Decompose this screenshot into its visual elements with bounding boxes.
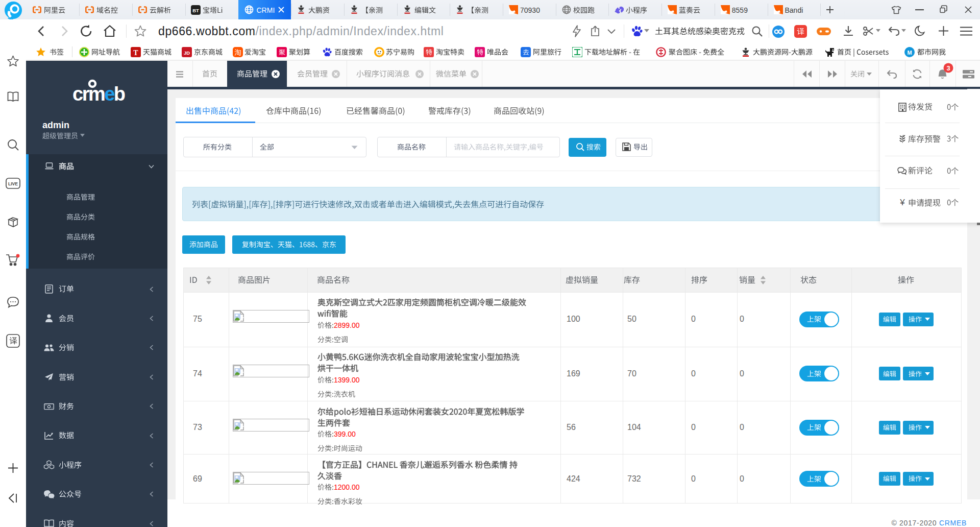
svg-text:3: 3 — [946, 64, 950, 72]
svg-text:M: M — [907, 50, 912, 56]
svg-text:JD: JD — [184, 50, 190, 56]
svg-text:BT: BT — [192, 8, 199, 13]
svg-text:LIVE: LIVE — [8, 181, 18, 186]
svg-text:T: T — [133, 49, 138, 57]
